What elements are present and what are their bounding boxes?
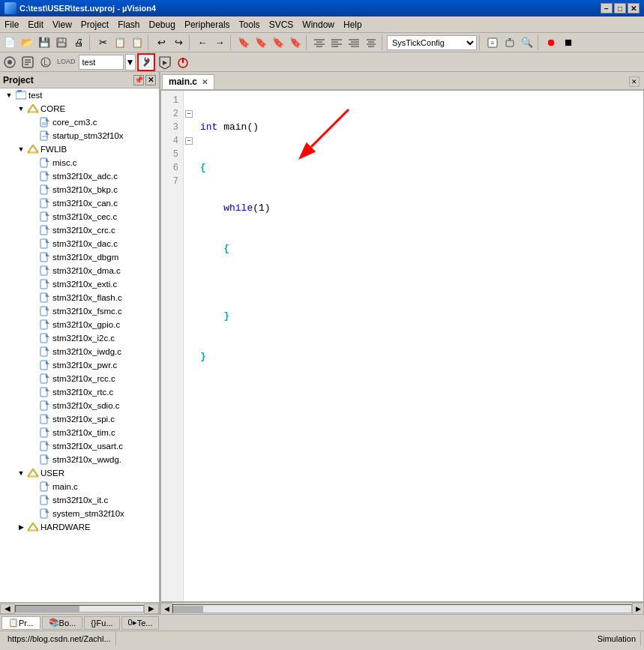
menu-window[interactable]: Window bbox=[298, 16, 339, 32]
menu-edit[interactable]: Edit bbox=[23, 16, 48, 32]
menu-svcs[interactable]: SVCS bbox=[265, 16, 298, 32]
project-input[interactable] bbox=[79, 55, 124, 70]
tree-file-it[interactable]: stm32f10x_it.c bbox=[0, 493, 159, 507]
tb-extra1[interactable]: ≡ bbox=[484, 34, 501, 51]
hscroll-right[interactable]: ▶ bbox=[144, 604, 159, 614]
fold-bracket-1[interactable]: − bbox=[185, 110, 193, 118]
tb-record[interactable]: ⏺ bbox=[543, 34, 559, 51]
project-hscroll[interactable]: ◀ ▶ bbox=[0, 602, 159, 614]
bottom-tab-project[interactable]: 📋 Pr... bbox=[1, 616, 40, 630]
user-expand[interactable]: ▼ bbox=[15, 467, 27, 479]
tb-align3[interactable] bbox=[346, 34, 362, 51]
bottom-tab-functions[interactable]: {} Fu... bbox=[84, 616, 119, 630]
tree-file-usart[interactable]: stm32f10x_usart.c bbox=[0, 439, 159, 453]
tab-close-all[interactable]: ✕ bbox=[629, 76, 640, 87]
tb-undo[interactable]: ↩ bbox=[153, 34, 169, 51]
tree-file-misc[interactable]: misc.c bbox=[0, 156, 159, 169]
fwlib-expand[interactable]: ▼ bbox=[15, 143, 27, 155]
tb2-settings-active[interactable] bbox=[137, 53, 155, 71]
editor-tab-main[interactable]: main.c ✕ bbox=[162, 74, 214, 89]
tree-file-iwdg[interactable]: stm32f10x_iwdg.c bbox=[0, 345, 159, 358]
tb-bm1[interactable]: 🔖 bbox=[235, 34, 252, 51]
tb-print[interactable]: 🖨 bbox=[70, 34, 87, 51]
tab-close[interactable]: ✕ bbox=[202, 78, 208, 86]
tree-group-fwlib[interactable]: ▼ FWLIB bbox=[0, 142, 159, 156]
tree-file-spi[interactable]: stm32f10x_spi.c bbox=[0, 412, 159, 426]
tree-file-bkp[interactable]: stm32f10x_bkp.c bbox=[0, 183, 159, 196]
tree-file-gpio[interactable]: stm32f10x_gpio.c bbox=[0, 318, 159, 331]
menu-file[interactable]: File bbox=[0, 16, 23, 32]
tree-group-user[interactable]: ▼ USER bbox=[0, 466, 159, 480]
tb-redo[interactable]: ↪ bbox=[170, 34, 187, 51]
tb2-icon2[interactable] bbox=[19, 54, 36, 70]
tree-file-main[interactable]: main.c bbox=[0, 480, 159, 493]
project-close[interactable]: ✕ bbox=[145, 75, 156, 85]
tree-file-flash[interactable]: stm32f10x_flash.c bbox=[0, 291, 159, 304]
tb-bm2[interactable]: 🔖 bbox=[253, 34, 269, 51]
tree-file-tim[interactable]: stm32f10x_tim.c bbox=[0, 426, 159, 439]
project-tree[interactable]: ▼ test ▼ CORE core_cm3.c bbox=[0, 88, 159, 602]
tree-group-hardware[interactable]: ▶ HARDWARE bbox=[0, 520, 159, 534]
tree-file-rcc[interactable]: stm32f10x_rcc.c bbox=[0, 372, 159, 385]
tree-file-dac[interactable]: stm32f10x_dac.c bbox=[0, 237, 159, 250]
project-pin[interactable]: 📌 bbox=[133, 75, 144, 85]
editor-hscroll-left[interactable]: ◀ bbox=[160, 603, 172, 615]
tb-bm3[interactable]: 🔖 bbox=[270, 34, 286, 51]
tree-file-startup[interactable]: startup_stm32f10x bbox=[0, 129, 159, 142]
tree-file-adc[interactable]: stm32f10x_adc.c bbox=[0, 169, 159, 183]
maximize-button[interactable]: □ bbox=[614, 3, 626, 13]
tree-group-core[interactable]: ▼ CORE bbox=[0, 102, 159, 115]
tb-align2[interactable] bbox=[328, 34, 345, 51]
hw-expand[interactable]: ▶ bbox=[15, 521, 27, 533]
tree-file-core-cm3[interactable]: core_cm3.c bbox=[0, 115, 159, 129]
menu-debug[interactable]: Debug bbox=[145, 16, 180, 32]
menu-project[interactable]: Project bbox=[76, 16, 113, 32]
tree-file-wwdg[interactable]: stm32f10x_wwdg. bbox=[0, 453, 159, 466]
tb-extra2[interactable] bbox=[502, 34, 518, 51]
tree-file-cec[interactable]: stm32f10x_cec.c bbox=[0, 210, 159, 223]
tree-file-pwr[interactable]: stm32f10x_pwr.c bbox=[0, 358, 159, 372]
code-content[interactable]: int main() { while(1) { } } bbox=[194, 91, 643, 601]
tree-file-crc[interactable]: stm32f10x_crc.c bbox=[0, 223, 159, 237]
tb-cut[interactable]: ✂ bbox=[94, 34, 111, 51]
tb2-icon3[interactable]: L bbox=[37, 54, 54, 70]
tree-file-dma[interactable]: stm32f10x_dma.c bbox=[0, 264, 159, 277]
tree-file-sdio[interactable]: stm32f10x_sdio.c bbox=[0, 399, 159, 412]
tree-file-can[interactable]: stm32f10x_can.c bbox=[0, 196, 159, 210]
tb-find[interactable]: 🔍 bbox=[519, 34, 535, 51]
hscroll-left[interactable]: ◀ bbox=[0, 604, 15, 614]
bottom-tab-books[interactable]: 📚 Bo... bbox=[42, 616, 83, 630]
tb-bm4[interactable]: 🔖 bbox=[287, 34, 304, 51]
tb-new[interactable]: 📄 bbox=[1, 34, 18, 51]
tree-root[interactable]: ▼ test bbox=[0, 88, 159, 102]
bottom-tab-templates[interactable]: 0▸ Te... bbox=[121, 616, 160, 630]
hscroll-track[interactable] bbox=[15, 605, 144, 613]
fold-4[interactable]: − bbox=[185, 134, 194, 148]
tree-file-exti[interactable]: stm32f10x_exti.c bbox=[0, 277, 159, 291]
fold-2[interactable]: − bbox=[185, 107, 194, 121]
tb2-dropdown[interactable]: ▼ bbox=[125, 54, 136, 70]
tree-file-fsmc[interactable]: stm32f10x_fsmc.c bbox=[0, 304, 159, 318]
tb-save-all[interactable] bbox=[53, 34, 70, 51]
minimize-button[interactable]: − bbox=[601, 3, 613, 13]
menu-flash[interactable]: Flash bbox=[113, 16, 144, 32]
tb-stop[interactable]: ⏹ bbox=[560, 34, 577, 51]
tb-copy[interactable]: 📋 bbox=[112, 34, 128, 51]
menu-view[interactable]: View bbox=[48, 16, 76, 32]
menu-peripherals[interactable]: Peripherals bbox=[180, 16, 235, 32]
tb-nav-fwd[interactable]: → bbox=[211, 34, 228, 51]
tb-nav-back[interactable]: ← bbox=[194, 34, 211, 51]
tree-file-system[interactable]: system_stm32f10x bbox=[0, 507, 159, 520]
tree-file-rtc[interactable]: stm32f10x_rtc.c bbox=[0, 385, 159, 399]
editor-hscroll-track[interactable] bbox=[172, 604, 632, 613]
tb-save[interactable]: 💾 bbox=[36, 34, 52, 51]
tb-open[interactable]: 📂 bbox=[19, 34, 35, 51]
code-editor[interactable]: 1 2 3 4 5 6 7 − − bbox=[160, 90, 644, 602]
close-button[interactable]: ✕ bbox=[628, 3, 640, 13]
tb-align4[interactable] bbox=[363, 34, 379, 51]
tree-file-dbgm[interactable]: stm32f10x_dbgm bbox=[0, 250, 159, 264]
target-combo[interactable]: SysTickConfig bbox=[387, 35, 477, 50]
tb2-build[interactable]: ▶ bbox=[157, 54, 173, 70]
editor-hscroll[interactable]: ◀ ▶ bbox=[160, 602, 644, 614]
tb-align1[interactable] bbox=[311, 34, 328, 51]
